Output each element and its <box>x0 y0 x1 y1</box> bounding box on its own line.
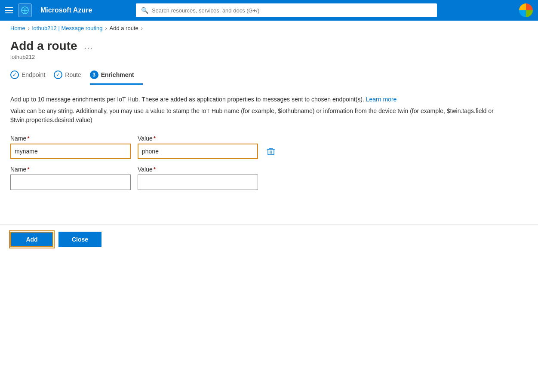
step-endpoint-label: Endpoint <box>22 71 45 78</box>
name-group-2: Name* <box>10 166 131 190</box>
delete-enrichment-1-button[interactable] <box>265 145 277 157</box>
top-navigation: Microsoft Azure 🔍 <box>0 0 538 21</box>
trash-icon <box>267 147 275 156</box>
breadcrumb: Home › iothub212 | Message routing › Add… <box>0 21 538 36</box>
breadcrumb-sep-3: › <box>141 25 143 31</box>
breadcrumb-sep-1: › <box>28 25 30 31</box>
page-subtitle: iothub212 <box>10 54 528 60</box>
brand-logo <box>18 3 32 17</box>
value-label-1: Value* <box>138 135 258 142</box>
enrichment-step-num: 3 <box>90 70 98 79</box>
step-enrichment-label: Enrichment <box>101 71 134 78</box>
step-endpoint[interactable]: ✓ Endpoint <box>10 67 54 85</box>
learn-more-link[interactable]: Learn more <box>366 96 397 103</box>
page-header: Add a route ... iothub212 <box>0 36 538 60</box>
enrichment-row-1: Name* Value* <box>10 135 528 159</box>
value-group-1: Value* <box>138 135 258 159</box>
hamburger-menu[interactable] <box>5 7 13 13</box>
step-route[interactable]: ✓ Route <box>54 67 89 85</box>
nav-right <box>519 3 533 17</box>
add-button[interactable]: Add <box>10 232 53 247</box>
route-check-icon: ✓ <box>54 70 62 79</box>
info-line2: Value can be any string. Additionally, y… <box>10 107 528 125</box>
info-line1: Add up to 10 message enrichments per IoT… <box>10 95 528 104</box>
name-input-2[interactable] <box>10 175 131 190</box>
step-enrichment[interactable]: 3 Enrichment <box>90 67 143 85</box>
breadcrumb-iothub[interactable]: iothub212 | Message routing <box>32 25 103 31</box>
breadcrumb-sep-2: › <box>105 25 107 31</box>
breadcrumb-current: Add a route <box>110 25 138 31</box>
name-group-1: Name* <box>10 135 131 159</box>
endpoint-check-icon: ✓ <box>10 70 19 79</box>
step-route-label: Route <box>65 71 81 78</box>
search-icon: 🔍 <box>141 7 148 14</box>
name-input-1[interactable] <box>10 144 131 159</box>
breadcrumb-home[interactable]: Home <box>10 25 25 31</box>
value-input-2[interactable] <box>138 175 258 190</box>
main-content: Add up to 10 message enrichments per IoT… <box>0 85 538 207</box>
avatar[interactable] <box>519 3 533 17</box>
page-title: Add a route <box>10 39 77 53</box>
search-input[interactable] <box>152 7 432 14</box>
name-label-2: Name* <box>10 166 131 173</box>
close-button[interactable]: Close <box>58 232 101 247</box>
more-options-button[interactable]: ... <box>82 41 96 52</box>
enrichment-row-2: Name* Value* <box>10 166 528 190</box>
value-input-1[interactable] <box>138 144 258 159</box>
brand-name: Microsoft Azure <box>40 6 92 14</box>
value-label-2: Value* <box>138 166 258 173</box>
value-group-2: Value* <box>138 166 258 190</box>
steps-navigation: ✓ Endpoint ✓ Route 3 Enrichment <box>0 60 538 85</box>
svg-rect-1 <box>268 149 274 155</box>
name-label-1: Name* <box>10 135 131 142</box>
search-bar[interactable]: 🔍 <box>136 3 437 17</box>
action-bar: Add Close <box>0 225 538 254</box>
